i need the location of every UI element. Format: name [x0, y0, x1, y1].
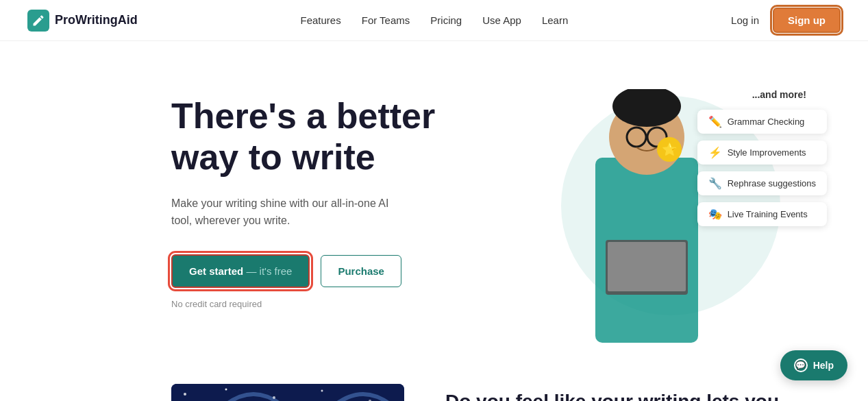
logo-text: ProWritingAid	[55, 13, 138, 27]
nav-for-teams[interactable]: For Teams	[362, 14, 410, 26]
nav-learn[interactable]: Learn	[542, 14, 568, 26]
logo-icon	[27, 10, 49, 32]
bottom-section: Do you feel like your writing lets you d…	[0, 384, 868, 401]
style-icon: ⚡	[708, 146, 722, 159]
star-badge: ⭐	[657, 137, 682, 162]
svg-point-11	[273, 396, 275, 399]
help-label: Help	[813, 360, 834, 371]
svg-point-12	[321, 390, 323, 392]
get-started-button[interactable]: Get started — it's free	[171, 254, 310, 288]
nav-features[interactable]: Features	[301, 14, 341, 26]
svg-rect-4	[608, 242, 686, 291]
help-button[interactable]: 💬 Help	[780, 350, 847, 380]
navbar-right: Log in Sign up	[731, 8, 841, 33]
navbar: ProWritingAid Features For Teams Pricing…	[0, 0, 868, 41]
free-text: — it's free	[246, 265, 292, 277]
starry-night-image	[171, 384, 404, 401]
navbar-logo-area: ProWritingAid	[27, 10, 138, 32]
hero-left: There's a better way to write Make your …	[171, 82, 506, 309]
svg-point-9	[184, 393, 186, 396]
nav-pricing[interactable]: Pricing	[430, 14, 462, 26]
bottom-question: Do you feel like your writing lets you d…	[445, 391, 841, 401]
svg-rect-8	[171, 384, 404, 401]
grammar-label: Grammar Checking	[728, 117, 805, 127]
and-more-label: ...and more!	[752, 89, 806, 100]
feature-card-training: 🎭 Live Training Events	[697, 202, 827, 226]
svg-point-10	[225, 389, 227, 391]
hero-buttons: Get started — it's free Purchase	[171, 254, 506, 288]
nav-use-app[interactable]: Use App	[482, 14, 521, 26]
feature-card-grammar: ✏️ Grammar Checking	[697, 110, 827, 134]
hero-subtitle: Make your writing shine with our all-in-…	[171, 195, 390, 230]
grammar-icon: ✏️	[708, 115, 722, 128]
help-chat-icon: 💬	[794, 359, 808, 372]
login-link[interactable]: Log in	[731, 14, 759, 26]
rephrase-icon: 🔧	[708, 177, 722, 190]
hero-section: There's a better way to write Make your …	[0, 41, 868, 370]
training-icon: 🎭	[708, 208, 722, 221]
bottom-right: Do you feel like your writing lets you d…	[445, 384, 841, 401]
feature-card-style: ⚡ Style Improvements	[697, 141, 827, 165]
navbar-links: Features For Teams Pricing Use App Learn	[301, 14, 569, 26]
no-credit-text: No credit card required	[171, 299, 506, 309]
training-label: Live Training Events	[728, 209, 808, 219]
hero-right: ⭐ ...and more! ✏️ Grammar Checking	[506, 82, 841, 343]
feature-cards: ✏️ Grammar Checking ⚡ Style Improvements…	[697, 110, 827, 226]
hero-title: There's a better way to write	[171, 96, 506, 178]
style-label: Style Improvements	[728, 147, 806, 158]
feature-card-rephrase: 🔧 Rephrase suggestions	[697, 171, 827, 195]
purchase-button[interactable]: Purchase	[321, 255, 401, 287]
signup-button[interactable]: Sign up	[773, 8, 841, 33]
rephrase-label: Rephrase suggestions	[728, 178, 816, 189]
